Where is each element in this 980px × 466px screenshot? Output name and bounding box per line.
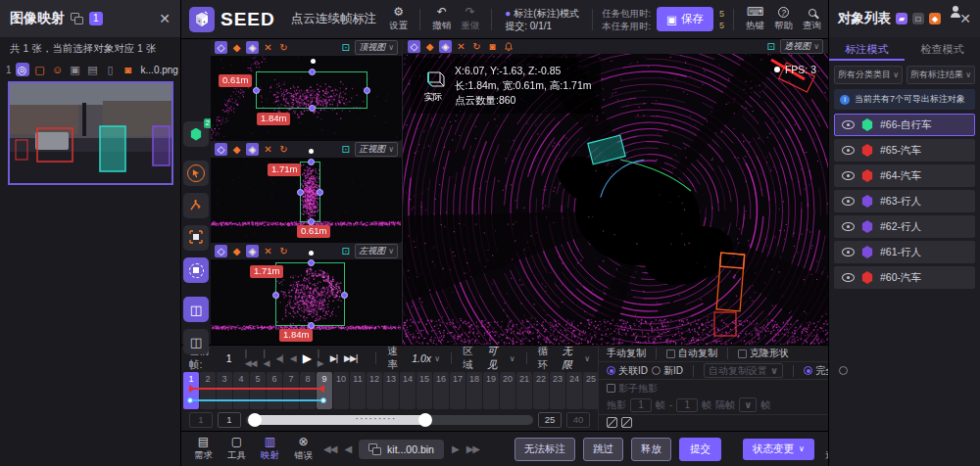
frame-cell[interactable]: 16	[433, 372, 449, 409]
hotkeys-button[interactable]: ⌨ 热键	[743, 6, 767, 32]
resize-handle[interactable]	[308, 218, 315, 225]
tools-button[interactable]: ▢ 工具	[224, 436, 249, 462]
range-end-box[interactable]: 25	[538, 412, 562, 428]
category-filter-select[interactable]: 所有分类类目∨	[834, 66, 903, 84]
object-list-item[interactable]: #66-自行车	[834, 114, 975, 136]
resize-handle[interactable]	[317, 189, 323, 196]
object-list-item[interactable]: #65-汽车	[834, 139, 975, 162]
visibility-eye-icon[interactable]	[842, 273, 855, 282]
solid-cube-icon[interactable]: ◆	[230, 41, 243, 54]
object-list-item[interactable]: #62-行人	[834, 215, 975, 238]
status-change-button[interactable]: 状态变更∨	[743, 439, 814, 460]
perspective-view-select[interactable]: 透视图∨	[780, 39, 823, 54]
frame-cell[interactable]: 15	[416, 372, 432, 409]
edit-disabled-icon[interactable]	[607, 417, 617, 428]
delete-box-icon[interactable]: ✕	[262, 143, 274, 156]
link-id-radio[interactable]: 关联ID	[607, 364, 648, 378]
frame-cell[interactable]: 21	[516, 372, 532, 409]
frame-cell[interactable]: 4	[233, 372, 249, 409]
scale-tool[interactable]	[183, 225, 209, 251]
front-view-select[interactable]: 正视图∨	[355, 142, 398, 157]
frame-cell[interactable]: 7	[283, 372, 299, 409]
playback-button[interactable]: ▶▶|	[344, 353, 357, 363]
frame-cell[interactable]: 11	[350, 372, 366, 409]
resize-handle[interactable]	[309, 105, 316, 112]
solid-cube-icon[interactable]: ◆	[230, 143, 243, 156]
auto-copy-checkbox[interactable]: 自动复制	[666, 347, 717, 360]
mapping-button[interactable]: ▥ 映射	[258, 436, 282, 462]
object-list-item[interactable]: #60-汽车	[834, 266, 975, 289]
tab-annotate-mode[interactable]: 标注模式	[829, 37, 905, 61]
shaded-cube-icon[interactable]: ◈	[246, 245, 259, 257]
layout-panels-button[interactable]: ◫	[183, 297, 209, 322]
resize-handle[interactable]	[297, 189, 304, 196]
region-box-icon[interactable]: ◙	[122, 63, 135, 76]
focus-icon[interactable]: ⊡	[339, 41, 352, 54]
left-view-area[interactable]: 1.71m 1.84m	[211, 259, 402, 345]
solid-cube-icon[interactable]: ◆	[423, 40, 436, 53]
region-box-icon[interactable]: ◙	[486, 40, 499, 53]
rotate-view-icon[interactable]: ↻	[277, 41, 290, 54]
bell-icon[interactable]	[502, 40, 514, 53]
visibility-eye-icon[interactable]	[842, 197, 855, 206]
bbox-top-view[interactable]	[256, 71, 368, 109]
focus-icon[interactable]: ⊡	[764, 40, 777, 53]
crop-frame-icon[interactable]: ▢	[33, 63, 47, 76]
frame-cell[interactable]: 12	[367, 372, 382, 409]
cannot-annotate-button[interactable]: 无法标注	[514, 438, 575, 461]
frame-cell[interactable]: 8	[300, 372, 316, 409]
release-button[interactable]: 释放	[631, 438, 671, 461]
save-button[interactable]: ▣ 保存	[657, 7, 713, 31]
wireframe-cube-icon[interactable]: ◇	[215, 143, 227, 156]
loop-select[interactable]: 无限∨	[563, 345, 590, 372]
frame-cell[interactable]: 14	[400, 372, 416, 409]
palette-icon[interactable]: ◆	[929, 13, 941, 24]
rotate-tool[interactable]	[183, 257, 209, 283]
object-list-item[interactable]: #61-行人	[834, 241, 975, 263]
frame-cell[interactable]: 18	[466, 372, 482, 409]
errors-button[interactable]: ⊗ 错误	[291, 436, 316, 462]
skip-button[interactable]: 跳过	[583, 438, 623, 461]
rate-select[interactable]: 1.0x∨	[412, 352, 440, 364]
object-list-item[interactable]: #63-行人	[834, 190, 975, 212]
current-file-chip[interactable]: kit...00.bin	[359, 440, 444, 459]
rotate-view-icon[interactable]: ↻	[277, 143, 290, 156]
first-file-button[interactable]: ◀◀	[323, 443, 336, 454]
shaded-cube-icon[interactable]: ◈	[246, 41, 259, 54]
frame-cell[interactable]: 25	[583, 372, 599, 409]
frame-cell[interactable]: 3	[217, 372, 232, 409]
close-icon[interactable]: ✕	[159, 11, 171, 26]
select-tool[interactable]	[183, 161, 209, 186]
undo-button[interactable]: ↶ 撤销	[429, 6, 454, 32]
printer-icon[interactable]: ▤	[86, 63, 100, 76]
frame-cell[interactable]: 22	[533, 372, 549, 409]
resize-handle[interactable]	[308, 322, 315, 329]
rotation-handle[interactable]	[309, 149, 314, 154]
shaded-cube-icon[interactable]: ◈	[439, 40, 452, 53]
wireframe-cube-icon[interactable]: ◇	[408, 40, 420, 53]
focus-icon[interactable]: ⊡	[339, 143, 352, 156]
requirements-button[interactable]: ▤ 需求	[191, 436, 216, 462]
frame-cell[interactable]: 5	[250, 372, 266, 409]
resize-handle[interactable]	[341, 292, 348, 299]
interval-select[interactable]: ∨	[739, 397, 757, 412]
front-view-area[interactable]: 1.71m 0.61m	[211, 158, 402, 243]
resize-handle[interactable]	[272, 292, 279, 299]
smiley-icon[interactable]: ☺	[51, 63, 65, 76]
rotation-handle[interactable]	[311, 59, 316, 64]
result-filter-select[interactable]: 所有标注结果∨	[906, 66, 975, 84]
frame-cell[interactable]: 10	[333, 372, 349, 409]
resize-handle[interactable]	[253, 87, 260, 94]
slider-handle-left[interactable]	[248, 413, 262, 427]
target-select-icon[interactable]: ◎	[16, 63, 29, 76]
edit-disabled-icon[interactable]	[621, 417, 632, 428]
wireframe-cube-icon[interactable]: ◇	[215, 41, 227, 54]
submit-button[interactable]: 提交	[679, 438, 721, 461]
settings-button[interactable]: ⚙ 设置	[386, 6, 411, 32]
playback-button[interactable]: ▶|	[330, 353, 337, 363]
playback-button[interactable]: ▶	[303, 351, 311, 365]
frame-cell[interactable]: 6	[267, 372, 282, 409]
resize-handle[interactable]	[308, 159, 315, 165]
query-button[interactable]: 查询	[800, 6, 824, 32]
auto-copy-settings-select[interactable]: 自动复制设置∨	[704, 363, 783, 378]
